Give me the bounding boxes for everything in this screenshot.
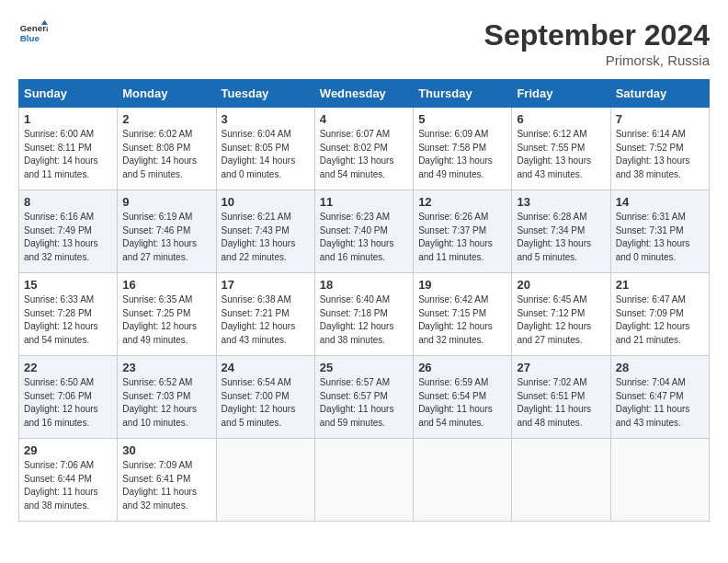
day-info: Sunrise: 6:23 AM Sunset: 7:40 PM Dayligh… <box>320 211 408 264</box>
table-row: 10Sunrise: 6:21 AM Sunset: 7:43 PM Dayli… <box>216 190 314 273</box>
table-row: 4Sunrise: 6:07 AM Sunset: 8:02 PM Daylig… <box>314 108 413 190</box>
day-info: Sunrise: 6:31 AM Sunset: 7:31 PM Dayligh… <box>616 211 704 264</box>
header-tuesday: Tuesday <box>216 80 314 108</box>
day-info: Sunrise: 7:02 AM Sunset: 6:51 PM Dayligh… <box>517 376 605 430</box>
table-row: 15Sunrise: 6:33 AM Sunset: 7:28 PM Dayli… <box>19 273 118 356</box>
table-row: 14Sunrise: 6:31 AM Sunset: 7:31 PM Dayli… <box>610 190 709 273</box>
day-number: 9 <box>122 195 210 209</box>
table-row: 22Sunrise: 6:50 AM Sunset: 7:06 PM Dayli… <box>19 356 118 439</box>
day-info: Sunrise: 6:50 AM Sunset: 7:06 PM Dayligh… <box>24 376 112 430</box>
calendar-row: 8Sunrise: 6:16 AM Sunset: 7:49 PM Daylig… <box>19 190 710 273</box>
day-info: Sunrise: 6:57 AM Sunset: 6:57 PM Dayligh… <box>320 376 408 430</box>
day-number: 12 <box>418 195 506 209</box>
day-info: Sunrise: 6:12 AM Sunset: 7:55 PM Dayligh… <box>517 128 605 181</box>
day-number: 22 <box>24 361 112 374</box>
day-number: 5 <box>418 112 506 126</box>
table-row <box>216 439 314 522</box>
table-row: 13Sunrise: 6:28 AM Sunset: 7:34 PM Dayli… <box>512 190 610 273</box>
table-row: 2Sunrise: 6:02 AM Sunset: 8:08 PM Daylig… <box>118 108 216 190</box>
day-info: Sunrise: 6:59 AM Sunset: 6:54 PM Dayligh… <box>418 376 506 430</box>
table-row: 25Sunrise: 6:57 AM Sunset: 6:57 PM Dayli… <box>314 356 413 439</box>
calendar-row: 15Sunrise: 6:33 AM Sunset: 7:28 PM Dayli… <box>19 273 710 356</box>
table-row: 26Sunrise: 6:59 AM Sunset: 6:54 PM Dayli… <box>414 356 512 439</box>
table-row <box>610 439 709 522</box>
day-info: Sunrise: 6:28 AM Sunset: 7:34 PM Dayligh… <box>517 211 605 264</box>
day-number: 15 <box>24 278 112 292</box>
day-info: Sunrise: 7:06 AM Sunset: 6:44 PM Dayligh… <box>24 459 112 512</box>
month-title: September 2024 <box>484 18 710 52</box>
day-number: 25 <box>320 361 408 374</box>
table-row: 9Sunrise: 6:19 AM Sunset: 7:46 PM Daylig… <box>118 190 216 273</box>
table-row <box>314 439 413 522</box>
day-number: 18 <box>320 278 408 292</box>
table-row: 8Sunrise: 6:16 AM Sunset: 7:49 PM Daylig… <box>19 190 118 273</box>
header-friday: Friday <box>512 80 610 108</box>
table-row: 21Sunrise: 6:47 AM Sunset: 7:09 PM Dayli… <box>610 273 709 356</box>
day-info: Sunrise: 6:00 AM Sunset: 8:11 PM Dayligh… <box>24 128 112 181</box>
header-saturday: Saturday <box>610 80 709 108</box>
day-info: Sunrise: 6:02 AM Sunset: 8:08 PM Dayligh… <box>122 128 210 181</box>
day-info: Sunrise: 6:38 AM Sunset: 7:21 PM Dayligh… <box>222 293 310 347</box>
day-info: Sunrise: 6:07 AM Sunset: 8:02 PM Dayligh… <box>320 128 408 181</box>
svg-text:Blue: Blue <box>20 33 40 43</box>
day-number: 27 <box>517 361 605 374</box>
day-info: Sunrise: 6:04 AM Sunset: 8:05 PM Dayligh… <box>222 128 310 181</box>
day-number: 28 <box>616 361 704 374</box>
table-row <box>414 439 512 522</box>
table-row: 5Sunrise: 6:09 AM Sunset: 7:58 PM Daylig… <box>414 108 512 190</box>
day-number: 17 <box>222 278 310 292</box>
logo: General Blue <box>18 18 48 48</box>
table-row: 30Sunrise: 7:09 AM Sunset: 6:41 PM Dayli… <box>118 439 216 522</box>
day-number: 24 <box>222 361 310 374</box>
table-row: 28Sunrise: 7:04 AM Sunset: 6:47 PM Dayli… <box>610 356 709 439</box>
day-number: 20 <box>517 278 605 292</box>
table-row: 23Sunrise: 6:52 AM Sunset: 7:03 PM Dayli… <box>118 356 216 439</box>
location: Primorsk, Russia <box>484 52 710 68</box>
calendar-row: 29Sunrise: 7:06 AM Sunset: 6:44 PM Dayli… <box>19 439 710 522</box>
title-block: September 2024 Primorsk, Russia <box>484 18 710 68</box>
day-info: Sunrise: 6:45 AM Sunset: 7:12 PM Dayligh… <box>517 293 605 347</box>
table-row: 7Sunrise: 6:14 AM Sunset: 7:52 PM Daylig… <box>610 108 709 190</box>
table-row <box>512 439 610 522</box>
day-number: 13 <box>517 195 605 209</box>
day-number: 10 <box>222 195 310 209</box>
day-info: Sunrise: 7:04 AM Sunset: 6:47 PM Dayligh… <box>616 376 704 430</box>
day-number: 14 <box>616 195 704 209</box>
day-number: 3 <box>222 112 310 126</box>
table-row: 12Sunrise: 6:26 AM Sunset: 7:37 PM Dayli… <box>414 190 512 273</box>
day-info: Sunrise: 6:40 AM Sunset: 7:18 PM Dayligh… <box>320 293 408 347</box>
day-number: 29 <box>24 443 112 457</box>
day-number: 2 <box>122 112 210 126</box>
day-number: 16 <box>122 278 210 292</box>
day-number: 19 <box>418 278 506 292</box>
day-info: Sunrise: 6:47 AM Sunset: 7:09 PM Dayligh… <box>616 293 704 347</box>
day-number: 23 <box>122 361 210 374</box>
logo-icon: General Blue <box>18 18 48 48</box>
table-row: 17Sunrise: 6:38 AM Sunset: 7:21 PM Dayli… <box>216 273 314 356</box>
table-row: 1Sunrise: 6:00 AM Sunset: 8:11 PM Daylig… <box>19 108 118 190</box>
day-info: Sunrise: 6:54 AM Sunset: 7:00 PM Dayligh… <box>222 376 310 430</box>
day-number: 30 <box>122 443 210 457</box>
calendar-table: Sunday Monday Tuesday Wednesday Thursday… <box>18 79 710 522</box>
table-row: 27Sunrise: 7:02 AM Sunset: 6:51 PM Dayli… <box>512 356 610 439</box>
header-row: Sunday Monday Tuesday Wednesday Thursday… <box>19 80 710 108</box>
table-row: 24Sunrise: 6:54 AM Sunset: 7:00 PM Dayli… <box>216 356 314 439</box>
calendar-row: 1Sunrise: 6:00 AM Sunset: 8:11 PM Daylig… <box>19 108 710 190</box>
table-row: 11Sunrise: 6:23 AM Sunset: 7:40 PM Dayli… <box>314 190 413 273</box>
header-sunday: Sunday <box>19 80 118 108</box>
table-row: 19Sunrise: 6:42 AM Sunset: 7:15 PM Dayli… <box>414 273 512 356</box>
table-row: 18Sunrise: 6:40 AM Sunset: 7:18 PM Dayli… <box>314 273 413 356</box>
calendar-row: 22Sunrise: 6:50 AM Sunset: 7:06 PM Dayli… <box>19 356 710 439</box>
header-monday: Monday <box>118 80 216 108</box>
day-number: 4 <box>320 112 408 126</box>
header-wednesday: Wednesday <box>314 80 413 108</box>
day-info: Sunrise: 6:52 AM Sunset: 7:03 PM Dayligh… <box>122 376 210 430</box>
table-row: 3Sunrise: 6:04 AM Sunset: 8:05 PM Daylig… <box>216 108 314 190</box>
day-info: Sunrise: 6:14 AM Sunset: 7:52 PM Dayligh… <box>616 128 704 181</box>
day-number: 7 <box>616 112 704 126</box>
day-info: Sunrise: 6:26 AM Sunset: 7:37 PM Dayligh… <box>418 211 506 264</box>
day-info: Sunrise: 6:16 AM Sunset: 7:49 PM Dayligh… <box>24 211 112 264</box>
day-info: Sunrise: 6:42 AM Sunset: 7:15 PM Dayligh… <box>418 293 506 347</box>
day-number: 26 <box>418 361 506 374</box>
table-row: 6Sunrise: 6:12 AM Sunset: 7:55 PM Daylig… <box>512 108 610 190</box>
